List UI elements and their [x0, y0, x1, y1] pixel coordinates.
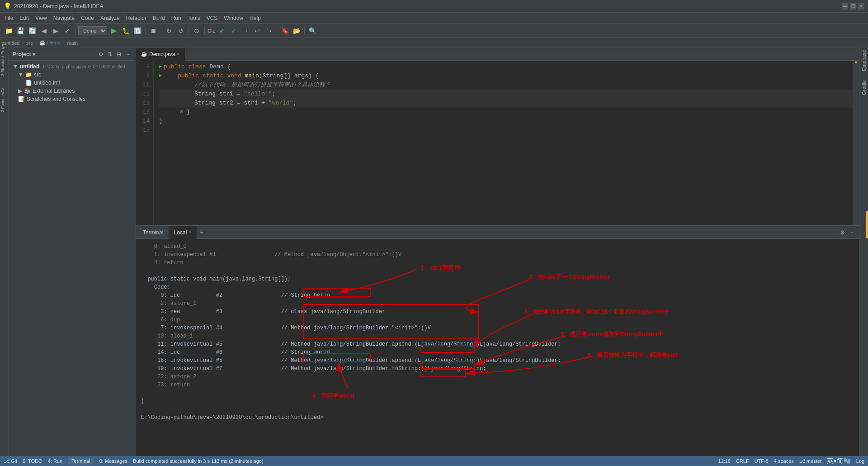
title-bar-left: 💡 20210920 - Demo.java - IntelliJ IDEA — [4, 2, 103, 10]
tree-ext-icon: ▶ — [18, 88, 22, 94]
menu-code[interactable]: Code — [78, 14, 97, 22]
update2-btn[interactable]: ↺ — [176, 26, 186, 36]
toolbar-sep-6 — [277, 27, 277, 35]
toolbar-run-config-btn[interactable]: ✔ — [62, 26, 72, 36]
line-num-14: 14 — [136, 117, 150, 126]
term-line-12: 10: aload_1 — [141, 332, 854, 340]
run-button[interactable]: ▶ — [109, 26, 119, 36]
code-line-15 — [159, 126, 853, 135]
breadcrumb-src[interactable]: src — [26, 40, 33, 46]
status-run[interactable]: 4: Run — [48, 458, 62, 464]
menu-tools[interactable]: Tools — [185, 14, 203, 22]
toolbar-back-btn[interactable]: ◀ — [39, 26, 49, 36]
panel-gear-btn[interactable]: ⊟ — [115, 51, 123, 58]
tab-close-btn[interactable]: × — [177, 52, 179, 57]
menu-file[interactable]: File — [2, 14, 16, 22]
status-todo[interactable]: 6: TODO — [23, 458, 42, 464]
git-undo-btn[interactable]: ↩ — [252, 26, 262, 36]
tree-untitled-iml[interactable]: 📄 untitled.iml — [9, 79, 135, 87]
tree-scratches[interactable]: 📝 Scratches and Consoles — [9, 95, 135, 103]
term-line-21 — [141, 405, 854, 414]
menu-view[interactable]: View — [33, 14, 50, 22]
terminal-add-btn[interactable]: + — [197, 229, 206, 236]
terminal-content[interactable]: 0: aload_0 1: invokespecial #1 // Method… — [136, 239, 859, 456]
menu-window[interactable]: Window — [221, 14, 246, 22]
minimize-button[interactable]: — — [842, 3, 848, 10]
line-num-11: 11 — [136, 90, 150, 99]
status-vcs[interactable]: ⎇ master — [799, 458, 822, 464]
status-messages[interactable]: 0: Messages — [99, 458, 127, 464]
status-terminal-btn[interactable]: Terminal — [68, 457, 94, 465]
maximize-button[interactable]: ❐ — [850, 3, 856, 10]
toolbar-save-btn[interactable]: 💾 — [15, 26, 25, 36]
term-line-8: 2: astore_1 — [141, 300, 854, 308]
status-line-sep[interactable]: CRLF — [736, 458, 749, 464]
menu-build[interactable]: Build — [150, 14, 168, 22]
stop-button[interactable]: ⏹ — [148, 26, 158, 36]
tree-external-libs[interactable]: ▶ 📚 External Libraries — [9, 87, 135, 95]
tree-root[interactable]: ▼ untitled E:\Coding-github\java-\202109… — [9, 62, 135, 71]
toolbar-sync-btn[interactable]: 🔄 — [27, 26, 37, 36]
status-left: ⎇ Git 6: TODO 4: Run Terminal 0: Message… — [4, 457, 264, 465]
line-num-13: 13 — [136, 108, 150, 117]
breadcrumb-main[interactable]: main — [67, 40, 78, 46]
status-log[interactable]: Log — [856, 458, 864, 464]
status-line-col[interactable]: 11:16 — [718, 458, 731, 464]
editor-tab-demo[interactable]: ☕ Demo.java × — [136, 48, 185, 61]
editor-area: ☕ Demo.java × 8 9 10 11 12 13 14 15 ▶ — [136, 48, 859, 456]
menu-run[interactable]: Run — [169, 14, 184, 22]
history-btn[interactable]: ⊙ — [192, 26, 202, 36]
git-ok-btn[interactable]: ✓ — [229, 26, 239, 36]
update-btn[interactable]: ↻ — [164, 26, 174, 36]
tree-src[interactable]: ▼ 📁 src — [9, 71, 135, 79]
tree-src-icon2: 📁 — [25, 71, 32, 78]
git-arrow-btn[interactable]: → — [241, 26, 250, 36]
code-line-9: ▶ public static void main ( String [] ar… — [159, 71, 853, 81]
git-check-btn[interactable]: ✔ — [217, 26, 227, 36]
breadcrumb-demo[interactable]: ☕ Demo — [39, 40, 60, 46]
status-indent[interactable]: 4 spaces — [774, 458, 794, 464]
debug-button[interactable]: 🐛 — [121, 26, 131, 36]
git-redo-btn[interactable]: ↪ — [264, 26, 274, 36]
terminal-local-close[interactable]: × — [189, 230, 191, 235]
menu-help[interactable]: Help — [247, 14, 264, 22]
run-with-coverage-btn[interactable]: 🔃 — [132, 26, 142, 36]
toolbar-sep-1 — [75, 27, 75, 35]
status-git[interactable]: ⎇ Git — [4, 458, 17, 464]
favorites-icon[interactable]: 2:Favorites — [0, 104, 9, 112]
run-gutter-9[interactable]: ▶ — [159, 71, 162, 81]
code-line-10: //以下代码，是如何进行拼接字符串的？具体流程？ — [159, 81, 853, 90]
search-everywhere-btn[interactable]: 🔍 — [307, 26, 317, 36]
folder-btn[interactable]: 📂 — [292, 26, 302, 36]
terminal-close-btn[interactable]: − — [849, 228, 855, 237]
panel-expand-btn[interactable]: ⇅ — [106, 51, 113, 58]
term-line-6: Code: — [141, 283, 854, 291]
structure-icon[interactable]: 2:Structure — [0, 68, 9, 76]
breadcrumb-untitled[interactable]: untitled — [4, 40, 19, 46]
title-bar: 💡 20210920 - Demo.java - IntelliJ IDEA —… — [0, 0, 868, 13]
menu-refactor[interactable]: Refactor — [123, 14, 149, 22]
menu-vcs[interactable]: VCS — [204, 14, 221, 22]
menu-analyze[interactable]: Analyze — [98, 14, 123, 22]
terminal-settings-btn[interactable]: ⚙ — [838, 228, 847, 237]
right-gutter — [853, 61, 859, 225]
rs-gradle[interactable]: Gradle — [861, 80, 867, 95]
tree-root-icon: ▼ — [13, 63, 18, 70]
terminal-tab-local[interactable]: Local × — [169, 226, 198, 239]
tree-lib-icon: 📚 — [24, 88, 31, 94]
close-button[interactable]: ✕ — [858, 3, 864, 10]
panel-settings-btn[interactable]: ⚙ — [97, 51, 104, 58]
menu-navigate[interactable]: Navigate — [51, 14, 77, 22]
bookmark-btn[interactable]: 🔖 — [280, 26, 290, 36]
run-config-dropdown[interactable]: Demo — [78, 26, 107, 35]
toolbar-forward-btn[interactable]: ▶ — [51, 26, 61, 36]
left-side-icons: 1:Project 2:Structure Git 2:Favorites — [0, 48, 9, 456]
rs-database[interactable]: Database — [861, 50, 867, 71]
run-gutter-8[interactable]: ▶ — [159, 62, 162, 71]
status-encoding[interactable]: UTF-8 — [755, 458, 769, 464]
toolbar-open-btn[interactable]: 📁 — [4, 26, 14, 36]
title-bar-title: 20210920 - Demo.java - IntelliJ IDEA — [14, 3, 103, 10]
panel-close-btn[interactable]: − — [124, 51, 132, 58]
code-content[interactable]: ▶ public class Demo { ▶ public static vo… — [154, 61, 853, 225]
menu-edit[interactable]: Edit — [17, 14, 32, 22]
